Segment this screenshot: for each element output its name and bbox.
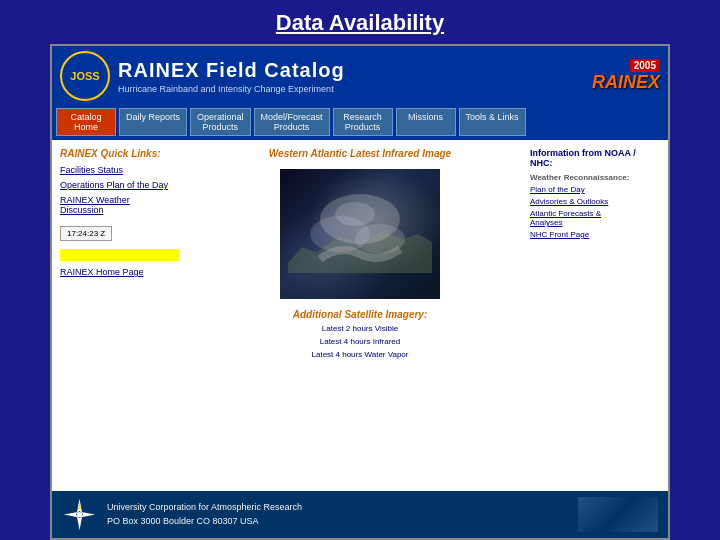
- home-page-link[interactable]: RAINEX Home Page: [60, 267, 190, 277]
- right-column: Information from NOAA / NHC: Weather Rec…: [530, 148, 660, 483]
- nav-research[interactable]: ResearchProducts: [333, 108, 393, 136]
- nav-missions[interactable]: Missions: [396, 108, 456, 136]
- center-column: Western Atlantic Latest Infrared Image A…: [198, 148, 522, 483]
- infrared-link[interactable]: Latest 4 hours Infrared: [320, 337, 401, 346]
- noaa-section-title: Information from NOAA / NHC:: [530, 148, 660, 168]
- footer-text: University Corporation for Atmospheric R…: [107, 501, 302, 528]
- timestamp: 17:24:23 Z: [60, 226, 112, 241]
- footer-org: University Corporation for Atmospheric R…: [107, 501, 302, 515]
- nav-catalog-home[interactable]: CatalogHome: [56, 108, 116, 136]
- visible-link[interactable]: Latest 2 hours Visible: [322, 324, 398, 333]
- footer-image: [578, 497, 658, 532]
- browser-window: JOSS RAINEX Field Catalog Hurricane Rain…: [50, 44, 670, 540]
- nhc-front-page-link[interactable]: NHC Front Page: [530, 230, 660, 239]
- weather-recon-label: Weather Reconnaissance:: [530, 173, 660, 182]
- cloud-svg: [280, 169, 440, 299]
- advisories-link[interactable]: Advisories & Outlooks: [530, 197, 660, 206]
- site-subtitle: Hurricane Rainband and Intensity Change …: [118, 84, 592, 94]
- compass-rose-icon: [62, 497, 97, 532]
- svg-marker-5: [77, 516, 82, 530]
- yellow-bar: [60, 249, 180, 261]
- operations-plan-link[interactable]: Operations Plan of the Day: [60, 180, 190, 190]
- additional-imagery-title: Additional Satellite Imagery:: [293, 309, 427, 320]
- nav-daily-reports[interactable]: Daily Reports: [119, 108, 187, 136]
- svg-point-8: [77, 512, 82, 517]
- svg-marker-6: [64, 512, 78, 517]
- weather-discussion-link[interactable]: RAINEX WeatherDiscussion: [60, 195, 190, 215]
- svg-marker-7: [81, 512, 95, 517]
- nav-tools[interactable]: Tools & Links: [459, 108, 526, 136]
- plan-of-day-link[interactable]: Plan of the Day: [530, 185, 660, 194]
- site-title-area: RAINEX Field Catalog Hurricane Rainband …: [118, 59, 592, 94]
- rainex-logo-area: 2005 RAINEX: [592, 59, 660, 93]
- quick-links-title: RAINEX Quick Links:: [60, 148, 190, 159]
- site-footer: University Corporation for Atmospheric R…: [52, 491, 668, 538]
- joss-logo: JOSS: [60, 51, 110, 101]
- satellite-map: [280, 169, 440, 299]
- left-column: RAINEX Quick Links: Facilities Status Op…: [60, 148, 190, 483]
- facilities-status-link[interactable]: Facilities Status: [60, 165, 190, 175]
- map-title: Western Atlantic Latest Infrared Image: [269, 148, 451, 159]
- footer-address: PO Box 3000 Boulder CO 80307 USA: [107, 515, 302, 529]
- nav-model-forecast[interactable]: Model/ForecastProducts: [254, 108, 330, 136]
- site-title: RAINEX Field Catalog: [118, 59, 592, 82]
- water-vapor-link[interactable]: Latest 4 hours Water Vapor: [312, 350, 409, 359]
- site-header: JOSS RAINEX Field Catalog Hurricane Rain…: [52, 46, 668, 106]
- svg-point-3: [335, 202, 375, 226]
- year-badge: 2005: [630, 59, 660, 72]
- nav-bar: CatalogHome Daily Reports OperationalPro…: [52, 106, 668, 140]
- nav-operational[interactable]: OperationalProducts: [190, 108, 251, 136]
- page-title: Data Availability: [276, 10, 444, 36]
- content-area: RAINEX Quick Links: Facilities Status Op…: [52, 140, 668, 491]
- rainex-text-logo: RAINEX: [592, 72, 660, 93]
- atlantic-forecasts-link[interactable]: Atlantic Forecasts &Analyses: [530, 209, 660, 227]
